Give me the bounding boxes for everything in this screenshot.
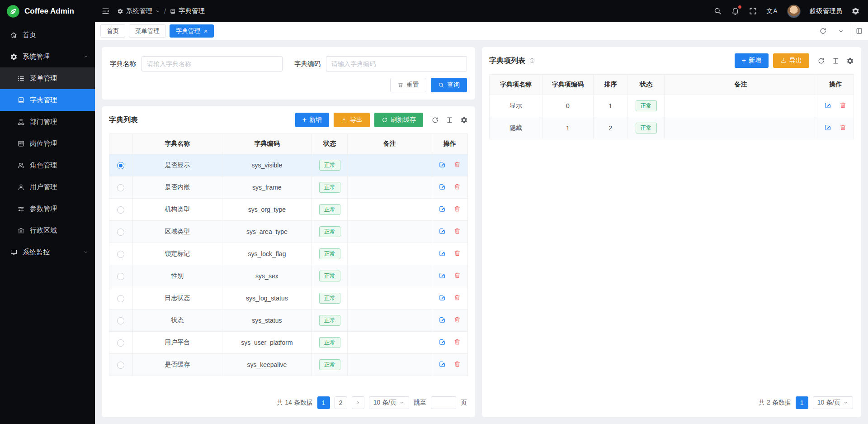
delete-icon[interactable] [453, 205, 461, 213]
row-radio[interactable] [117, 229, 124, 236]
dict-name-input[interactable] [142, 56, 283, 71]
fullscreen-button[interactable] [749, 7, 757, 15]
edit-icon[interactable] [439, 227, 446, 235]
delete-icon[interactable] [453, 338, 461, 346]
sidebar-item-monitor[interactable]: 系统监控 [0, 241, 95, 263]
table-row[interactable]: 状态 sys_status 正常 [109, 310, 468, 332]
notifications-button[interactable] [731, 7, 740, 15]
row-radio[interactable] [117, 206, 124, 214]
table-row[interactable]: 区域类型 sys_area_type 正常 [109, 221, 468, 243]
tab-menu-mgmt[interactable]: 菜单管理 [129, 24, 166, 38]
edit-icon[interactable] [439, 338, 446, 346]
delete-icon[interactable] [453, 161, 461, 168]
close-icon[interactable]: × [204, 28, 208, 34]
sidebar-item-post-mgmt[interactable]: 岗位管理 [0, 133, 95, 154]
export-dict-items-button[interactable]: 导出 [773, 53, 809, 68]
delete-icon[interactable] [453, 316, 461, 324]
row-radio[interactable] [117, 162, 124, 169]
row-radio[interactable] [117, 273, 124, 280]
page-button-2[interactable]: 2 [335, 396, 347, 409]
delete-icon[interactable] [839, 124, 847, 131]
edit-icon[interactable] [439, 161, 446, 168]
export-dict-button[interactable]: 导出 [334, 113, 370, 127]
row-radio[interactable] [117, 339, 124, 347]
delete-icon[interactable] [453, 360, 461, 368]
table-row[interactable]: 锁定标记 sys_lock_flag 正常 [109, 243, 468, 265]
column-settings-icon[interactable] [846, 57, 854, 65]
row-height-icon[interactable] [832, 57, 840, 65]
dict-code-input[interactable] [326, 56, 467, 71]
row-radio[interactable] [117, 295, 124, 302]
breadcrumb-item-dict[interactable]: 字典管理 [170, 7, 205, 15]
chevron-down-icon [399, 400, 405, 405]
row-height-icon[interactable] [446, 116, 453, 124]
sidebar-item-home[interactable]: 首页 [0, 24, 95, 46]
reset-button[interactable]: 重置 [390, 78, 426, 92]
delete-icon[interactable] [453, 272, 461, 279]
edit-icon[interactable] [824, 101, 832, 109]
language-button[interactable]: 文A [766, 7, 778, 15]
sidebar-item-region-mgmt[interactable]: 行政区域 [0, 219, 95, 241]
table-row[interactable]: 用户平台 sys_user_platform 正常 [109, 332, 468, 354]
table-row[interactable]: 显示 0 1 正常 [490, 95, 854, 117]
page-button-1[interactable]: 1 [796, 396, 808, 409]
edit-icon[interactable] [439, 272, 446, 279]
dict-name-field: 字典名称 [110, 56, 283, 71]
settings-button[interactable] [851, 7, 860, 15]
page-size-select[interactable]: 10 条/页 [813, 396, 853, 409]
tab-actions-dropdown[interactable] [832, 22, 850, 40]
next-page-button[interactable] [352, 396, 364, 409]
sidebar-item-system[interactable]: 系统管理 [0, 46, 95, 67]
page-button-1[interactable]: 1 [317, 396, 330, 409]
column-settings-icon[interactable] [460, 116, 468, 124]
row-radio[interactable] [117, 184, 124, 191]
refresh-table-icon[interactable] [817, 57, 825, 65]
edit-icon[interactable] [439, 294, 446, 301]
jump-page-input[interactable] [431, 396, 456, 409]
sidebar-item-user-mgmt[interactable]: 用户管理 [0, 176, 95, 198]
tab-home[interactable]: 首页 [100, 24, 125, 38]
table-row[interactable]: 是否显示 sys_visible 正常 [109, 154, 468, 176]
delete-icon[interactable] [839, 101, 847, 109]
sidebar-item-dict-mgmt[interactable]: 字典管理 [0, 89, 95, 111]
delete-icon[interactable] [453, 294, 461, 301]
table-row[interactable]: 是否内嵌 sys_frame 正常 [109, 176, 468, 199]
add-dict-item-button[interactable]: + 新增 [735, 53, 769, 68]
user-avatar[interactable] [787, 5, 801, 18]
sidebar-item-menu-mgmt[interactable]: 菜单管理 [0, 67, 95, 89]
breadcrumb-item-system[interactable]: 系统管理 [117, 7, 160, 15]
table-row[interactable]: 日志状态 sys_log_status 正常 [109, 287, 468, 310]
table-row[interactable]: 是否缓存 sys_keepalive 正常 [109, 354, 468, 376]
sidebar-item-param-mgmt[interactable]: 参数管理 [0, 198, 95, 219]
edit-icon[interactable] [439, 183, 446, 191]
layout-toggle-button[interactable] [850, 22, 868, 40]
edit-icon[interactable] [824, 124, 832, 131]
plus-icon: + [302, 116, 307, 124]
table-row[interactable]: 隐藏 1 2 正常 [490, 117, 854, 139]
edit-icon[interactable] [439, 360, 446, 368]
delete-icon[interactable] [453, 227, 461, 235]
tab-dict-mgmt[interactable]: 字典管理 × [170, 24, 214, 38]
edit-icon[interactable] [439, 316, 446, 324]
search-button[interactable] [713, 7, 722, 15]
page-size-select[interactable]: 10 条/页 [369, 396, 409, 409]
app-logo[interactable]: Coffee Admin [0, 0, 95, 22]
add-dict-button[interactable]: + 新增 [295, 113, 329, 127]
row-radio[interactable] [117, 362, 124, 369]
delete-icon[interactable] [453, 249, 461, 257]
refresh-table-icon[interactable] [431, 116, 439, 124]
sidebar-item-dept-mgmt[interactable]: 部门管理 [0, 111, 95, 133]
query-button[interactable]: 查询 [431, 78, 467, 92]
edit-icon[interactable] [439, 205, 446, 213]
table-row[interactable]: 性别 sys_sex 正常 [109, 265, 468, 287]
refresh-page-button[interactable] [814, 22, 832, 40]
sidebar-toggle-button[interactable] [101, 7, 110, 15]
refresh-cache-button[interactable]: 刷新缓存 [374, 113, 423, 127]
delete-icon[interactable] [453, 183, 461, 191]
column-header: 状态 [628, 75, 665, 95]
edit-icon[interactable] [439, 249, 446, 257]
row-radio[interactable] [117, 317, 124, 324]
table-row[interactable]: 机构类型 sys_org_type 正常 [109, 199, 468, 221]
row-radio[interactable] [117, 251, 124, 258]
sidebar-item-role-mgmt[interactable]: 角色管理 [0, 154, 95, 176]
